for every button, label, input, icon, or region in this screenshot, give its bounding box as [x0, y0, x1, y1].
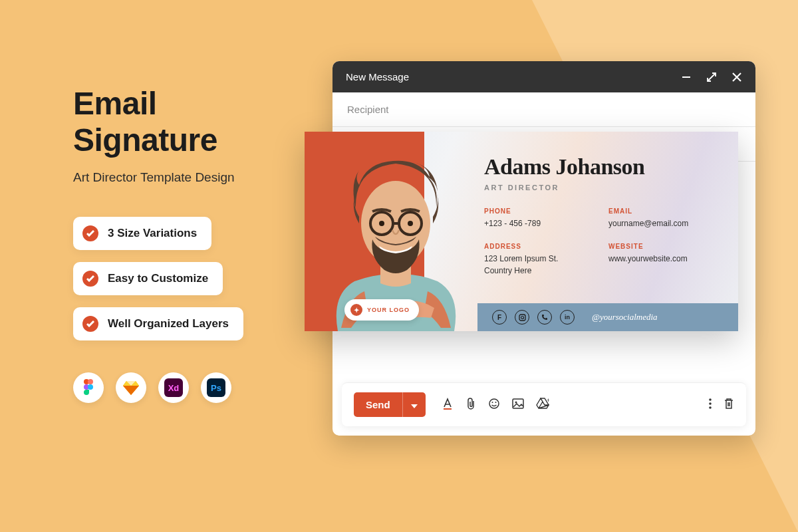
figma-icon: [73, 372, 104, 403]
signature-role: ART DIRECTOR: [484, 184, 720, 192]
check-icon: [82, 271, 98, 287]
photoshop-icon: Ps: [201, 372, 231, 403]
feature-label: Easy to Customize: [108, 272, 208, 285]
svg-point-26: [521, 316, 523, 319]
signature-info: Adams Johanson ART DIRECTOR PHONE +123 -…: [477, 132, 738, 331]
social-handle: @yoursocialmedia: [592, 312, 658, 323]
facebook-icon[interactable]: F: [492, 310, 507, 325]
svg-point-17: [709, 402, 712, 405]
svg-point-23: [379, 221, 384, 226]
recipient-field[interactable]: Recipient: [332, 92, 755, 127]
svg-point-18: [709, 406, 712, 409]
contact-website: WEBSITE www.yourwebsite.com: [608, 243, 720, 277]
svg-point-12: [495, 402, 496, 403]
format-text-icon[interactable]: [442, 398, 454, 412]
signature-photo-column: ✦ YOUR LOGO: [305, 132, 477, 331]
logo-label: YOUR LOGO: [367, 307, 410, 313]
contact-phone: PHONE +123 - 456 -789: [484, 207, 595, 229]
phone-label: PHONE: [484, 207, 595, 215]
feature-list: 3 Size Variations Easy to Customize Well…: [73, 217, 299, 340]
expand-icon[interactable]: [706, 72, 717, 82]
phone-social-icon[interactable]: [537, 310, 552, 325]
linkedin-icon[interactable]: in: [560, 310, 575, 325]
image-icon[interactable]: [512, 398, 524, 412]
svg-text:Ps: Ps: [211, 383, 221, 393]
svg-point-10: [489, 399, 499, 408]
contact-email: EMAIL yourname@email.com: [608, 207, 720, 229]
feature-label: Well Organized Layers: [108, 317, 229, 331]
sketch-icon: [116, 372, 146, 403]
send-label: Send: [354, 392, 402, 417]
compose-toolbar: Send +: [342, 382, 746, 426]
headline-line2: Signature: [73, 122, 299, 158]
signature-social-bar: F in @yoursocialmedia: [477, 303, 738, 331]
close-icon[interactable]: [732, 72, 742, 82]
feature-pill: 3 Size Variations: [73, 217, 211, 250]
compose-title: New Message: [346, 71, 681, 82]
instagram-icon[interactable]: [515, 310, 529, 325]
delete-icon[interactable]: [724, 398, 734, 412]
emoji-icon[interactable]: [488, 398, 500, 412]
drive-icon[interactable]: +: [536, 398, 549, 412]
website-label: WEBSITE: [608, 243, 720, 250]
check-icon: [82, 316, 98, 332]
attach-icon[interactable]: [466, 398, 476, 412]
signature-logo-badge: ✦ YOUR LOGO: [344, 299, 419, 321]
svg-text:+: +: [547, 398, 549, 404]
address-label: ADDRESS: [484, 243, 595, 250]
email-label: EMAIL: [608, 207, 720, 215]
minimize-icon[interactable]: [681, 72, 692, 82]
xd-icon: Xd: [158, 372, 189, 403]
send-button[interactable]: Send: [354, 392, 426, 417]
svg-point-3: [88, 384, 93, 390]
logo-spark-icon: ✦: [350, 304, 362, 316]
contact-address: ADDRESS 123 Lorem Ipsum St. Country Here: [484, 243, 595, 277]
svg-point-11: [491, 402, 493, 403]
feature-pill: Well Organized Layers: [73, 307, 243, 340]
headline-line1: Email: [73, 85, 299, 122]
svg-point-24: [408, 221, 413, 226]
check-icon: [82, 225, 98, 241]
send-caret-icon[interactable]: [402, 392, 426, 417]
signature-name: Adams Johanson: [484, 154, 720, 180]
address-value: 123 Lorem Ipsum St. Country Here: [484, 253, 595, 277]
signature-card: ✦ YOUR LOGO Adams Johanson ART DIRECTOR …: [305, 132, 738, 331]
phone-value: +123 - 456 -789: [484, 218, 595, 229]
website-value: www.yourwebsite.com: [608, 253, 720, 265]
svg-point-1: [88, 379, 93, 384]
email-value: yourname@email.com: [608, 218, 720, 229]
more-icon[interactable]: [709, 398, 712, 412]
svg-rect-25: [519, 315, 525, 321]
svg-point-16: [709, 398, 712, 401]
feature-pill: Easy to Customize: [73, 262, 223, 295]
svg-rect-13: [513, 399, 523, 408]
feature-label: 3 Size Variations: [108, 227, 197, 240]
app-icons-row: Xd Ps: [73, 372, 299, 403]
compose-titlebar: New Message: [332, 61, 755, 92]
headline: Email Signature: [73, 85, 299, 158]
subtitle: Art Director Template Design: [73, 170, 299, 185]
svg-text:Xd: Xd: [168, 383, 180, 393]
